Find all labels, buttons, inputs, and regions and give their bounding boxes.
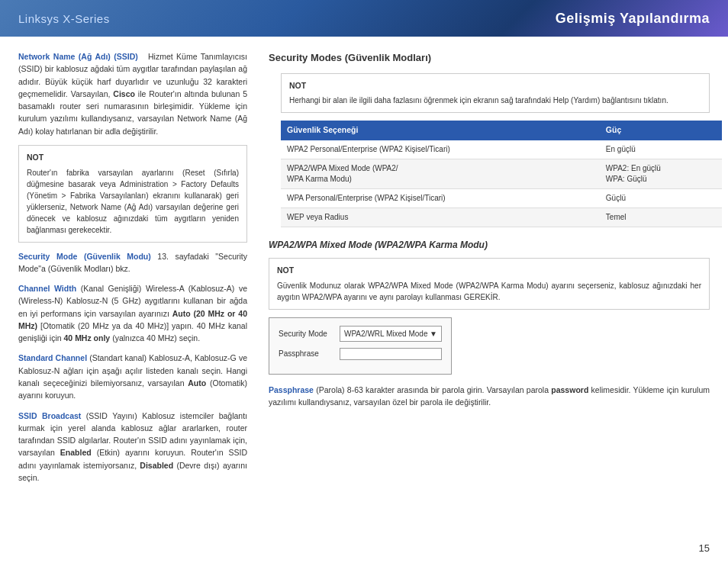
wpa-heading: WPA2/WPA Mixed Mode (WPA2/WPA Karma Modu… <box>269 238 710 252</box>
table-row: WEP veya Radius Temel <box>281 208 722 227</box>
note-box-3: NOT Güvenlik Modunuz olarak WPA2/WPA Mix… <box>269 258 710 310</box>
table-cell-option1: WPA2 Personal/Enterprise (WPA2 Kişisel/T… <box>281 140 600 159</box>
note3-text: Güvenlik Modunuz olarak WPA2/WPA Mixed M… <box>277 280 701 303</box>
right-column: Security Modes (Güvenlik Modları) NOT He… <box>269 50 710 549</box>
security-table: Güvenlik Seçeneği Güç WPA2 Personal/Ente… <box>281 121 722 227</box>
header-right: Gelişmiş Yapılandırma <box>556 11 710 27</box>
standard-channel-para: Standard Channel (Standart kanal) Kablos… <box>18 352 247 401</box>
mockup-security-input[interactable]: WPA2/WRL Mixed Mode ▼ <box>340 326 442 342</box>
table-cell-strength4: Temel <box>600 208 722 227</box>
note2-title: NOT <box>289 80 701 92</box>
network-name-term: Network Name (Ağ Adı) (SSID) <box>18 52 138 61</box>
table-cell-option2: WPA2/WPA Mixed Mode (WPA2/WPA Karma Modu… <box>281 159 600 189</box>
channel-width-para: Channel Width (Kanal Genişliği) Wireless… <box>18 282 247 344</box>
ssid-broadcast-para: SSID Broadcast (SSID Yayını) Kablosuz is… <box>18 410 247 484</box>
table-header-strength: Güç <box>600 121 722 140</box>
table-row: WPA2 Personal/Enterprise (WPA2 Kişisel/T… <box>281 140 722 159</box>
security-mode-term: Security Mode (Güvenlik Modu) <box>18 252 151 261</box>
mockup-passphrase-input[interactable] <box>340 348 442 360</box>
page-number: 15 <box>699 542 710 554</box>
security-mode-para: Security Mode (Güvenlik Modu) 13. sayfad… <box>18 250 247 275</box>
passphrase-para: Passphrase (Parola) 8-63 karakter arasın… <box>269 384 710 409</box>
mockup-security-value: WPA2/WRL Mixed Mode <box>344 328 427 339</box>
ssid-broadcast-term: SSID Broadcast <box>18 411 81 420</box>
security-mockup: Security Mode WPA2/WRL Mixed Mode ▼ Pass… <box>269 317 452 375</box>
dropdown-arrow-icon: ▼ <box>430 328 437 339</box>
section-title: Security Modes (Güvenlik Modları) <box>269 50 710 66</box>
table-cell-strength1: En güçlü <box>600 140 722 159</box>
standard-channel-term: Standard Channel <box>18 353 87 362</box>
table-cell-strength3: Güçlü <box>600 189 722 208</box>
header: Linksys X-Series Gelişmiş Yapılandırma <box>0 0 728 37</box>
note2-text: Herhangi bir alan ile ilgili daha fazlas… <box>289 95 701 106</box>
header-left: Linksys X-Series <box>18 12 110 25</box>
note-box-2: NOT Herhangi bir alan ile ilgili daha fa… <box>281 73 710 114</box>
table-row: WPA Personal/Enterprise (WPA2 Kişisel/Ti… <box>281 189 722 208</box>
note1-text: Router'ın fabrika varsayılan ayarlarını … <box>27 167 239 236</box>
network-name-para: Network Name (Ağ Adı) (SSID) Hizmet Küme… <box>18 50 247 137</box>
table-cell-strength2: WPA2: En güçlüWPA: Güçlü <box>600 159 722 189</box>
mockup-security-row: Security Mode WPA2/WRL Mixed Mode ▼ <box>279 326 442 342</box>
table-row: WPA2/WPA Mixed Mode (WPA2/WPA Karma Modu… <box>281 159 722 189</box>
channel-width-term: Channel Width <box>18 284 76 293</box>
mockup-security-label: Security Mode <box>279 328 340 339</box>
table-cell-option3: WPA Personal/Enterprise (WPA2 Kişisel/Ti… <box>281 189 600 208</box>
passphrase-term: Passphrase <box>269 385 314 394</box>
note1-title: NOT <box>27 152 239 164</box>
mockup-passphrase-row: Passphrase <box>279 348 442 360</box>
note3-title: NOT <box>277 265 701 277</box>
note-box-1: NOT Router'ın fabrika varsayılan ayarlar… <box>18 145 247 243</box>
mockup-passphrase-label: Passphrase <box>279 348 340 359</box>
table-cell-option4: WEP veya Radius <box>281 208 600 227</box>
table-header-option: Güvenlik Seçeneği <box>281 121 600 140</box>
left-column: Network Name (Ağ Adı) (SSID) Hizmet Küme… <box>18 50 247 549</box>
